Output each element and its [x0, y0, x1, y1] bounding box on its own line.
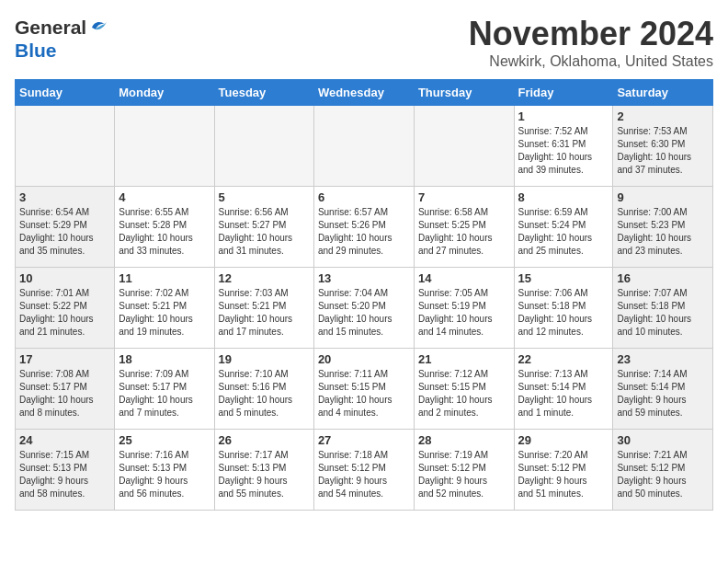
month-title: November 2024 — [469, 15, 713, 53]
day-info: Sunrise: 7:14 AM Sunset: 5:14 PM Dayligh… — [617, 368, 709, 419]
week-row-2: 3Sunrise: 6:54 AM Sunset: 5:29 PM Daylig… — [16, 187, 713, 268]
calendar-cell: 15Sunrise: 7:06 AM Sunset: 5:18 PM Dayli… — [514, 268, 613, 349]
day-number: 9 — [617, 190, 709, 204]
day-number: 16 — [617, 271, 709, 285]
logo-blue: Blue — [15, 40, 57, 61]
calendar-cell: 3Sunrise: 6:54 AM Sunset: 5:29 PM Daylig… — [16, 187, 115, 268]
calendar-cell: 11Sunrise: 7:02 AM Sunset: 5:21 PM Dayli… — [115, 268, 214, 349]
weekday-header-tuesday: Tuesday — [214, 80, 313, 106]
day-info: Sunrise: 7:03 AM Sunset: 5:21 PM Dayligh… — [219, 287, 310, 339]
logo: General Blue — [15, 15, 108, 62]
day-number: 4 — [119, 190, 210, 204]
day-info: Sunrise: 7:07 AM Sunset: 5:18 PM Dayligh… — [617, 287, 709, 339]
day-info: Sunrise: 7:21 AM Sunset: 5:12 PM Dayligh… — [617, 449, 709, 500]
calendar-cell — [214, 106, 313, 187]
weekday-header-thursday: Thursday — [414, 80, 514, 106]
day-number: 14 — [418, 271, 510, 285]
day-info: Sunrise: 7:16 AM Sunset: 5:13 PM Dayligh… — [119, 449, 210, 500]
title-area: November 2024 Newkirk, Oklahoma, United … — [469, 15, 713, 70]
calendar-cell: 21Sunrise: 7:12 AM Sunset: 5:15 PM Dayli… — [414, 349, 514, 430]
day-number: 1 — [518, 109, 609, 123]
day-number: 25 — [119, 433, 210, 447]
day-number: 20 — [318, 352, 410, 366]
calendar-cell: 4Sunrise: 6:55 AM Sunset: 5:28 PM Daylig… — [115, 187, 214, 268]
calendar-cell — [115, 106, 214, 187]
day-info: Sunrise: 7:19 AM Sunset: 5:12 PM Dayligh… — [418, 449, 510, 500]
day-info: Sunrise: 7:12 AM Sunset: 5:15 PM Dayligh… — [418, 368, 510, 419]
weekday-header-friday: Friday — [514, 80, 613, 106]
day-number: 13 — [318, 271, 410, 285]
calendar-cell: 10Sunrise: 7:01 AM Sunset: 5:22 PM Dayli… — [16, 268, 115, 349]
calendar-cell: 22Sunrise: 7:13 AM Sunset: 5:14 PM Dayli… — [514, 349, 613, 430]
calendar-cell: 27Sunrise: 7:18 AM Sunset: 5:12 PM Dayli… — [313, 430, 414, 511]
calendar-cell: 1Sunrise: 7:52 AM Sunset: 6:31 PM Daylig… — [514, 106, 613, 187]
day-number: 3 — [19, 190, 110, 204]
day-number: 6 — [318, 190, 410, 204]
calendar-cell: 5Sunrise: 6:56 AM Sunset: 5:27 PM Daylig… — [214, 187, 313, 268]
day-number: 15 — [518, 271, 609, 285]
day-number: 22 — [518, 352, 609, 366]
day-number: 21 — [418, 352, 510, 366]
day-info: Sunrise: 6:59 AM Sunset: 5:24 PM Dayligh… — [518, 206, 609, 258]
day-number: 12 — [219, 271, 310, 285]
calendar-cell: 19Sunrise: 7:10 AM Sunset: 5:16 PM Dayli… — [214, 349, 313, 430]
day-number: 28 — [418, 433, 510, 447]
day-number: 18 — [119, 352, 210, 366]
day-info: Sunrise: 7:09 AM Sunset: 5:17 PM Dayligh… — [119, 368, 210, 419]
calendar-cell: 6Sunrise: 6:57 AM Sunset: 5:26 PM Daylig… — [313, 187, 414, 268]
calendar-cell — [414, 106, 514, 187]
day-info: Sunrise: 7:53 AM Sunset: 6:30 PM Dayligh… — [617, 125, 709, 177]
calendar-cell: 9Sunrise: 7:00 AM Sunset: 5:23 PM Daylig… — [613, 187, 713, 268]
day-info: Sunrise: 7:13 AM Sunset: 5:14 PM Dayligh… — [518, 368, 609, 419]
day-number: 8 — [518, 190, 609, 204]
calendar-cell: 8Sunrise: 6:59 AM Sunset: 5:24 PM Daylig… — [514, 187, 613, 268]
day-info: Sunrise: 7:02 AM Sunset: 5:21 PM Dayligh… — [119, 287, 210, 339]
calendar-cell: 26Sunrise: 7:17 AM Sunset: 5:13 PM Dayli… — [214, 430, 313, 511]
day-info: Sunrise: 7:20 AM Sunset: 5:12 PM Dayligh… — [518, 449, 609, 500]
day-number: 10 — [19, 271, 110, 285]
calendar-cell: 20Sunrise: 7:11 AM Sunset: 5:15 PM Dayli… — [313, 349, 414, 430]
weekday-header-sunday: Sunday — [16, 80, 115, 106]
week-row-5: 24Sunrise: 7:15 AM Sunset: 5:13 PM Dayli… — [16, 430, 713, 511]
day-info: Sunrise: 6:55 AM Sunset: 5:28 PM Dayligh… — [119, 206, 210, 258]
day-number: 29 — [518, 433, 609, 447]
calendar-cell — [313, 106, 414, 187]
day-number: 17 — [19, 352, 110, 366]
day-number: 30 — [617, 433, 709, 447]
day-number: 5 — [219, 190, 310, 204]
day-number: 7 — [418, 190, 510, 204]
calendar-cell: 2Sunrise: 7:53 AM Sunset: 6:30 PM Daylig… — [613, 106, 713, 187]
day-info: Sunrise: 7:52 AM Sunset: 6:31 PM Dayligh… — [518, 125, 609, 177]
week-row-4: 17Sunrise: 7:08 AM Sunset: 5:17 PM Dayli… — [16, 349, 713, 430]
logo-general: General — [15, 17, 86, 39]
calendar-cell: 14Sunrise: 7:05 AM Sunset: 5:19 PM Dayli… — [414, 268, 514, 349]
calendar-cell: 24Sunrise: 7:15 AM Sunset: 5:13 PM Dayli… — [16, 430, 115, 511]
day-number: 2 — [617, 109, 709, 123]
calendar-cell: 25Sunrise: 7:16 AM Sunset: 5:13 PM Dayli… — [115, 430, 214, 511]
day-info: Sunrise: 7:00 AM Sunset: 5:23 PM Dayligh… — [617, 206, 709, 258]
calendar-table: SundayMondayTuesdayWednesdayThursdayFrid… — [15, 79, 713, 511]
day-number: 24 — [19, 433, 110, 447]
day-number: 11 — [119, 271, 210, 285]
location-title: Newkirk, Oklahoma, United States — [469, 53, 713, 70]
day-number: 19 — [219, 352, 310, 366]
week-row-1: 1Sunrise: 7:52 AM Sunset: 6:31 PM Daylig… — [16, 106, 713, 187]
day-info: Sunrise: 7:15 AM Sunset: 5:13 PM Dayligh… — [19, 449, 110, 500]
weekday-header-wednesday: Wednesday — [313, 80, 414, 106]
day-info: Sunrise: 6:54 AM Sunset: 5:29 PM Dayligh… — [19, 206, 110, 258]
calendar-cell: 12Sunrise: 7:03 AM Sunset: 5:21 PM Dayli… — [214, 268, 313, 349]
calendar-cell: 16Sunrise: 7:07 AM Sunset: 5:18 PM Dayli… — [613, 268, 713, 349]
day-number: 26 — [219, 433, 310, 447]
bird-icon — [88, 15, 108, 40]
calendar-cell: 17Sunrise: 7:08 AM Sunset: 5:17 PM Dayli… — [16, 349, 115, 430]
week-row-3: 10Sunrise: 7:01 AM Sunset: 5:22 PM Dayli… — [16, 268, 713, 349]
day-info: Sunrise: 7:05 AM Sunset: 5:19 PM Dayligh… — [418, 287, 510, 339]
day-info: Sunrise: 7:06 AM Sunset: 5:18 PM Dayligh… — [518, 287, 609, 339]
day-number: 23 — [617, 352, 709, 366]
day-info: Sunrise: 7:01 AM Sunset: 5:22 PM Dayligh… — [19, 287, 110, 339]
day-info: Sunrise: 6:58 AM Sunset: 5:25 PM Dayligh… — [418, 206, 510, 258]
weekday-header-saturday: Saturday — [613, 80, 713, 106]
calendar-cell — [16, 106, 115, 187]
day-info: Sunrise: 7:17 AM Sunset: 5:13 PM Dayligh… — [219, 449, 310, 500]
day-info: Sunrise: 7:04 AM Sunset: 5:20 PM Dayligh… — [318, 287, 410, 339]
